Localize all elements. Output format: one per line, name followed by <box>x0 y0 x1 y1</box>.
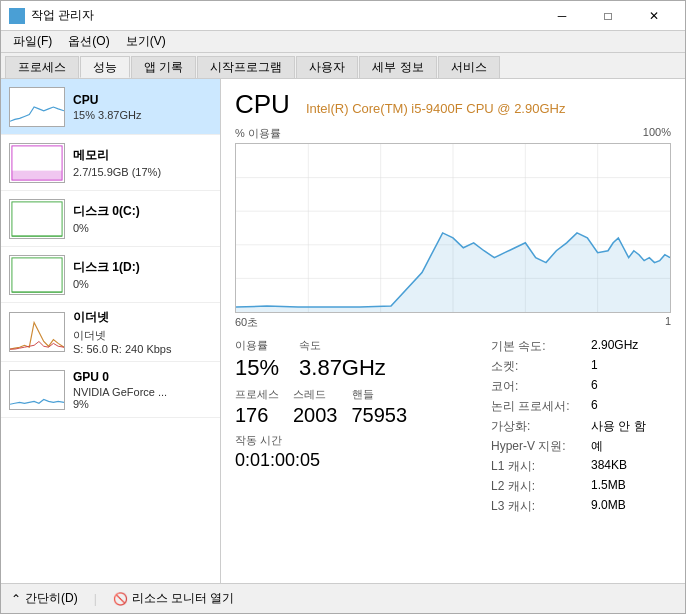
gpu-name: GPU 0 <box>73 370 212 384</box>
ethernet-detail2: S: 56.0 R: 240 Kbps <box>73 343 212 355</box>
ethernet-detail1: 이더넷 <box>73 328 212 343</box>
svg-rect-2 <box>11 17 16 22</box>
info-l1: L1 캐시: 384KB <box>491 458 671 475</box>
device-item-memory[interactable]: 메모리 2.7/15.9GB (17%) <box>1 135 220 191</box>
stat-usage: 이용률 15% <box>235 338 279 381</box>
svg-rect-7 <box>12 170 62 180</box>
gpu-thumbnail <box>9 370 65 410</box>
hyperv-key: Hyper-V 지원: <box>491 438 591 455</box>
resource-monitor-label: 리소스 모니터 열기 <box>132 590 235 607</box>
stat-process: 프로세스 176 <box>235 387 279 427</box>
l3-key: L3 캐시: <box>491 498 591 515</box>
virt-val: 사용 안 함 <box>591 418 646 435</box>
svg-rect-3 <box>18 17 23 22</box>
title-bar: 작업 관리자 ─ □ ✕ <box>1 1 685 31</box>
cpu-detail-panel: CPU Intel(R) Core(TM) i5-9400F CPU @ 2.9… <box>221 79 685 583</box>
info-table: 기본 속도: 2.90GHz 소켓: 1 코어: 6 논리 프로세서: <box>491 338 671 515</box>
info-virt: 가상화: 사용 안 함 <box>491 418 671 435</box>
disk0-name: 디스크 0(C:) <box>73 203 212 220</box>
details-section: 이용률 15% 속도 3.87GHz 프로세스 176 <box>235 338 671 518</box>
device-item-disk0[interactable]: 디스크 0(C:) 0% <box>1 191 220 247</box>
base-speed-val: 2.90GHz <box>591 338 638 355</box>
tab-process[interactable]: 프로세스 <box>5 56 79 78</box>
main-content: CPU 15% 3.87GHz 메모리 2.7/15.9GB (17%) <box>1 79 685 583</box>
tab-users[interactable]: 사용자 <box>296 56 358 78</box>
resource-monitor-icon: 🚫 <box>113 592 128 606</box>
stat-uptime: 작동 시간 0:01:00:05 <box>235 433 475 471</box>
chart-label-1: 1 <box>665 315 671 330</box>
device-item-cpu[interactable]: CPU 15% 3.87GHz <box>1 79 220 135</box>
tab-services[interactable]: 서비스 <box>438 56 500 78</box>
tab-details[interactable]: 세부 정보 <box>359 56 436 78</box>
info-hyperv: Hyper-V 지원: 예 <box>491 438 671 455</box>
ethernet-name: 이더넷 <box>73 309 212 326</box>
svg-rect-0 <box>11 10 16 15</box>
logical-key: 논리 프로세서: <box>491 398 591 415</box>
l1-val: 384KB <box>591 458 627 475</box>
handle-label: 핸들 <box>352 387 408 402</box>
window-controls: ─ □ ✕ <box>539 1 677 31</box>
window-title: 작업 관리자 <box>31 7 539 24</box>
disk0-detail: 0% <box>73 222 212 234</box>
tab-app-history[interactable]: 앱 기록 <box>131 56 196 78</box>
disk1-thumbnail <box>9 255 65 295</box>
device-item-disk1[interactable]: 디스크 1(D:) 0% <box>1 247 220 303</box>
device-item-gpu[interactable]: GPU 0 NVIDIA GeForce ... 9% <box>1 362 220 418</box>
logical-val: 6 <box>591 398 598 415</box>
socket-key: 소켓: <box>491 358 591 375</box>
svg-rect-8 <box>10 200 64 238</box>
disk1-detail: 0% <box>73 278 212 290</box>
gpu-detail2: 9% <box>73 398 212 410</box>
cpu-detail: 15% 3.87GHz <box>73 109 212 121</box>
chart-label-60s: 60초 <box>235 315 258 330</box>
title-bar-icon <box>9 8 25 24</box>
gpu-info: GPU 0 NVIDIA GeForce ... 9% <box>73 370 212 410</box>
ethernet-thumbnail <box>9 312 65 352</box>
info-core: 코어: 6 <box>491 378 671 395</box>
usage-label: 이용률 <box>235 338 279 353</box>
close-button[interactable]: ✕ <box>631 1 677 31</box>
disk0-info: 디스크 0(C:) 0% <box>73 203 212 234</box>
stat-thread: 스레드 2003 <box>293 387 338 427</box>
stat-handle: 핸들 75953 <box>352 387 408 427</box>
collapse-label: 간단히(D) <box>25 590 78 607</box>
maximize-button[interactable]: □ <box>585 1 631 31</box>
tab-performance[interactable]: 성능 <box>80 56 130 78</box>
ethernet-info: 이더넷 이더넷 S: 56.0 R: 240 Kbps <box>73 309 212 355</box>
gpu-detail1: NVIDIA GeForce ... <box>73 386 212 398</box>
svg-rect-1 <box>18 10 23 15</box>
cpu-panel-subtitle: Intel(R) Core(TM) i5-9400F CPU @ 2.90GHz <box>306 101 566 116</box>
thread-value: 2003 <box>293 404 338 427</box>
menu-file[interactable]: 파일(F) <box>5 31 60 52</box>
svg-rect-4 <box>10 88 64 126</box>
collapse-icon: ⌃ <box>11 592 21 606</box>
tab-startup[interactable]: 시작프로그램 <box>197 56 295 78</box>
minimize-button[interactable]: ─ <box>539 1 585 31</box>
l3-val: 9.0MB <box>591 498 626 515</box>
memory-thumbnail <box>9 143 65 183</box>
menu-options[interactable]: 옵션(O) <box>60 31 117 52</box>
hyperv-val: 예 <box>591 438 603 455</box>
virt-key: 가상화: <box>491 418 591 435</box>
memory-detail: 2.7/15.9GB (17%) <box>73 166 212 178</box>
chart-labels-top: % 이용률 100% <box>235 126 671 141</box>
disk0-thumbnail <box>9 199 65 239</box>
usage-value: 15% <box>235 355 279 381</box>
resource-monitor-button[interactable]: 🚫 리소스 모니터 열기 <box>113 590 235 607</box>
disk1-info: 디스크 1(D:) 0% <box>73 259 212 290</box>
left-stats: 이용률 15% 속도 3.87GHz 프로세스 176 <box>235 338 475 518</box>
stat-speed: 속도 3.87GHz <box>299 338 386 381</box>
cpu-info: CPU 15% 3.87GHz <box>73 93 212 121</box>
memory-name: 메모리 <box>73 147 212 164</box>
menu-view[interactable]: 보기(V) <box>118 31 174 52</box>
menu-bar: 파일(F) 옵션(O) 보기(V) <box>1 31 685 53</box>
collapse-button[interactable]: ⌃ 간단히(D) <box>11 590 78 607</box>
uptime-label: 작동 시간 <box>235 433 475 448</box>
cpu-panel-title: CPU <box>235 89 290 120</box>
device-item-ethernet[interactable]: 이더넷 이더넷 S: 56.0 R: 240 Kbps <box>1 303 220 362</box>
core-key: 코어: <box>491 378 591 395</box>
core-val: 6 <box>591 378 598 395</box>
chart-label-100: 100% <box>643 126 671 141</box>
separator: | <box>94 592 97 606</box>
l2-key: L2 캐시: <box>491 478 591 495</box>
